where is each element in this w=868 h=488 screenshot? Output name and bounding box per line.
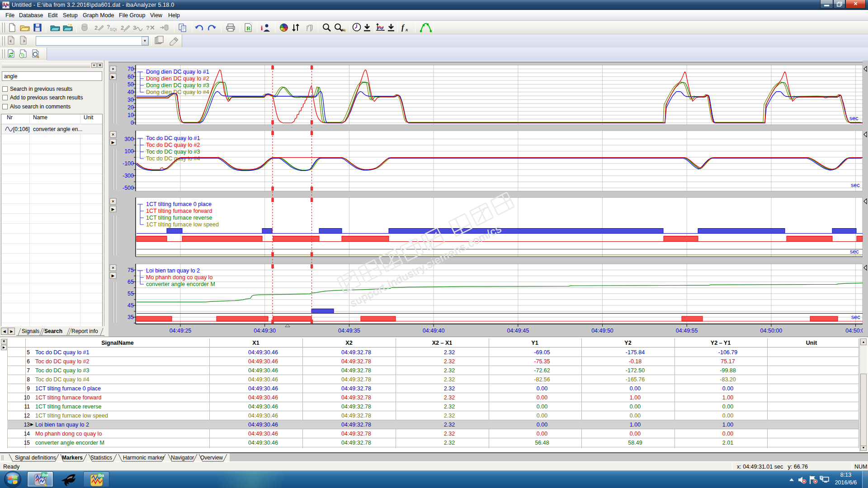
svg-text:iba: iba (98, 473, 104, 478)
svg-text:Loi bien tan quay lo 2: Loi bien tan quay lo 2 (146, 267, 200, 274)
svg-text:Dong dien DC quay lo #4: Dong dien DC quay lo #4 (146, 89, 209, 95)
svg-text:04:49:35: 04:49:35 (338, 328, 360, 334)
svg-text:Toc do DC quay lo #3: Toc do DC quay lo #3 (146, 149, 200, 155)
svg-text:Dong dien DC quay lo #2: Dong dien DC quay lo #2 (146, 75, 209, 82)
svg-text:Mo phanh dong co quay lo: Mo phanh dong co quay lo (146, 274, 212, 281)
svg-text:✕: ✕ (111, 132, 115, 137)
svg-text:✕: ✕ (111, 199, 115, 204)
svg-text:R: R (246, 25, 251, 32)
svg-text:Toc do DC quay lo #1: Toc do DC quay lo #1 (146, 135, 200, 141)
svg-text:1CT tilting furnace forward: 1CT tilting furnace forward (146, 208, 212, 214)
svg-text:?: ? (146, 24, 150, 31)
svg-text:3: 3 (133, 24, 136, 31)
svg-text:2: 2 (94, 24, 98, 31)
svg-text:i: i (261, 24, 263, 32)
svg-text:2: 2 (121, 24, 124, 31)
svg-text:04:49:30: 04:49:30 (254, 328, 276, 334)
svg-text:sec: sec (851, 182, 859, 188)
svg-text:x: x (405, 27, 408, 32)
svg-text:sec: sec (849, 115, 858, 122)
svg-text:Dong dien DC quay lo #3: Dong dien DC quay lo #3 (146, 82, 209, 89)
svg-text:f: f (401, 23, 405, 32)
svg-text:300: 300 (124, 136, 134, 142)
svg-text:100: 100 (124, 148, 134, 155)
svg-text:04:49:50: 04:49:50 (591, 328, 613, 334)
svg-text:-300: -300 (123, 173, 134, 179)
svg-text:1CT tilting furnace low speed: 1CT tilting furnace low speed (146, 221, 219, 228)
svg-text:▶: ▶ (112, 140, 115, 145)
svg-text:✕: ✕ (111, 266, 115, 270)
svg-text:ALL: ALL (341, 28, 346, 32)
svg-text:1CT tilting furnace 0 place: 1CT tilting furnace 0 place (146, 201, 212, 207)
svg-text:SQL: SQL (110, 27, 117, 32)
svg-text:1CT tilting furnace reverse: 1CT tilting furnace reverse (146, 215, 212, 221)
svg-text:iba: iba (42, 473, 48, 477)
svg-text:sec: sec (851, 314, 860, 320)
svg-text:▶: ▶ (112, 207, 115, 211)
svg-text:converter angle encorder M: converter angle encorder M (146, 281, 215, 287)
svg-text:04:49:45: 04:49:45 (507, 328, 529, 334)
svg-text:✕: ✕ (111, 67, 115, 71)
svg-text:04:49:40: 04:49:40 (423, 328, 445, 334)
svg-text:Toc do DC quay lo #4: Toc do DC quay lo #4 (146, 155, 200, 162)
svg-text:Toc do DC quay lo #2: Toc do DC quay lo #2 (146, 142, 200, 148)
svg-text:Dong dien DC quay lo #1: Dong dien DC quay lo #1 (146, 69, 209, 75)
svg-text:-100: -100 (123, 160, 134, 167)
svg-text:▶: ▶ (112, 273, 115, 278)
svg-text:04:49:55: 04:49:55 (676, 328, 698, 334)
svg-text:04:49:25: 04:49:25 (170, 328, 192, 334)
svg-text:04:50:00: 04:50:00 (760, 328, 783, 334)
svg-text:▶: ▶ (112, 75, 115, 79)
svg-text:-500: -500 (123, 185, 134, 191)
